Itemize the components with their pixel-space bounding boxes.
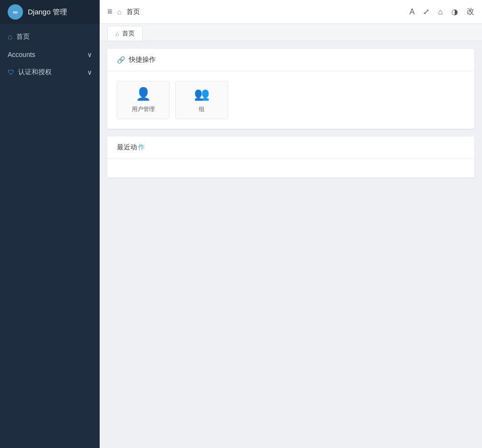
breadcrumb-bar: ⌂ 首页 [100, 24, 482, 41]
breadcrumb-tab-home[interactable]: ⌂ 首页 [107, 26, 143, 41]
accounts-arrow-icon: ∨ [87, 51, 92, 58]
menu-toggle-icon[interactable]: ≡ [107, 7, 113, 17]
breadcrumb-tab-label: 首页 [122, 29, 135, 38]
groups-label: 组 [199, 105, 205, 113]
quick-actions-title: 快捷操作 [129, 56, 156, 64]
auth-shield-icon: 🛡 [8, 68, 14, 76]
quick-action-groups[interactable]: 👥 组 [175, 81, 228, 119]
auth-arrow-icon: ∨ [87, 68, 92, 76]
topbar-right: A ⤢ ⌂ ◑ 改 [410, 7, 474, 17]
recent-activity-card: 最近动 作 [107, 136, 474, 178]
quick-actions-body: 👤 用户管理 👥 组 [107, 71, 474, 129]
sidebar-navigation: ⌂ 首页 Accounts ∨ 🛡 认证和授权 ∨ [0, 24, 100, 81]
recent-activity-header: 最近动 作 [107, 136, 474, 158]
user-management-label: 用户管理 [132, 105, 155, 113]
topbar-home-button-icon[interactable]: ⌂ [438, 8, 443, 16]
topbar-left: ≡ ⌂ 首页 [107, 7, 404, 17]
font-size-icon[interactable]: A [410, 8, 415, 16]
topbar-home-icon[interactable]: ⌂ [117, 8, 122, 16]
tab-home-icon: ⌂ [115, 30, 119, 37]
topbar: ≡ ⌂ 首页 A ⤢ ⌂ ◑ 改 [100, 0, 482, 24]
sidebar-home-label: 首页 [16, 33, 92, 41]
user-menu-icon[interactable]: 改 [467, 7, 474, 17]
sidebar-group-auth[interactable]: 🛡 认证和授权 ∨ [0, 63, 100, 81]
app-title: Django 管理 [28, 8, 67, 17]
quick-action-user-management[interactable]: 👤 用户管理 [117, 81, 170, 119]
recent-label-blue: 作 [138, 143, 145, 152]
logo-area[interactable]: ∞ Django 管理 [0, 0, 100, 24]
recent-label-static: 最近动 [117, 143, 137, 152]
auth-label: 认证和授权 [18, 68, 52, 77]
topbar-breadcrumb: 首页 [126, 8, 140, 16]
groups-icon: 👥 [194, 87, 209, 101]
quick-actions-list: 👤 用户管理 👥 组 [117, 81, 465, 119]
main-content: ≡ ⌂ 首页 A ⤢ ⌂ ◑ 改 ⌂ 首页 🔗 快捷操作 [100, 0, 482, 448]
link-icon: 🔗 [117, 56, 125, 64]
quick-actions-card: 🔗 快捷操作 👤 用户管理 👥 组 [107, 49, 474, 129]
theme-icon[interactable]: ◑ [451, 7, 458, 16]
page-content: 🔗 快捷操作 👤 用户管理 👥 组 最近动 [100, 41, 482, 448]
quick-actions-header: 🔗 快捷操作 [107, 49, 474, 71]
expand-icon[interactable]: ⤢ [423, 7, 429, 16]
sidebar-item-home[interactable]: ⌂ 首页 [0, 28, 100, 46]
home-icon: ⌂ [8, 33, 12, 41]
accounts-label: Accounts [8, 51, 35, 58]
user-management-icon: 👤 [136, 87, 151, 101]
app-logo: ∞ [8, 4, 23, 20]
sidebar-group-accounts[interactable]: Accounts ∨ [0, 46, 100, 63]
recent-activity-body [107, 158, 474, 178]
sidebar: ∞ Django 管理 ⌂ 首页 Accounts ∨ 🛡 认证和授权 ∨ [0, 0, 100, 448]
